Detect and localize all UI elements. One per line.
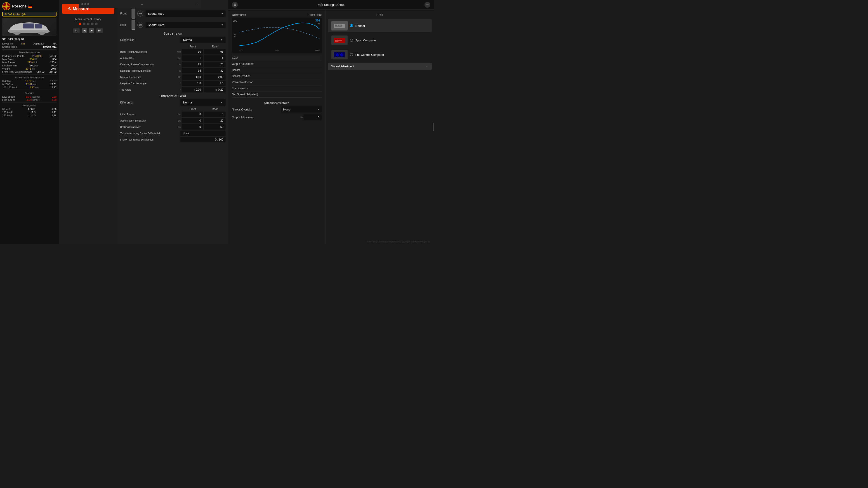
differential-header: Differential Gear — [120, 94, 225, 98]
brake-sens-rear[interactable]: 50 — [204, 124, 225, 130]
front-tire-icon — [131, 8, 135, 19]
damping-exp-front[interactable]: 35 — [182, 68, 203, 73]
chart-y-label: ft·lb — [234, 33, 236, 37]
rear-sh-badge: SH — [137, 22, 143, 28]
nav-r1[interactable]: R1 — [96, 28, 103, 33]
ecu-option-full[interactable]: Full Control Computer — [328, 48, 432, 61]
toe-row: Toe Angle ° ↕ 0.00 ↕ 0.20 — [120, 87, 225, 92]
nat-freq-front[interactable]: 1.80 — [182, 74, 203, 80]
panel-nav-right[interactable]: › — [433, 123, 434, 131]
nitrous-header: Nitrous/Overtake — [232, 101, 322, 105]
anti-roll-rear[interactable]: 1 — [204, 55, 225, 61]
sport-ecu-icon — [333, 36, 346, 44]
suspension-select[interactable]: Normal ▼ — [180, 37, 225, 43]
g60-row: 60 km/h 1.06 G 1.06 — [2, 108, 57, 110]
diff-select[interactable]: Normal ▼ — [180, 99, 225, 106]
nat-freq-rear[interactable]: 2.00 — [204, 74, 225, 80]
svg-point-21 — [340, 54, 343, 56]
car-brand: Porsche — [12, 4, 26, 8]
svg-rect-15 — [338, 39, 340, 40]
svg-rect-11 — [340, 25, 342, 26]
toe-rear[interactable]: ↕ 0.20 — [204, 87, 225, 92]
damping-comp-front[interactable]: 25 — [182, 62, 203, 67]
diff-label: Differential — [120, 101, 133, 104]
svg-rect-17 — [335, 40, 342, 41]
ecu-normal-img — [331, 21, 348, 31]
neg-camber-rear[interactable]: 2.0 — [204, 80, 225, 86]
nav-l1[interactable]: L1 — [73, 28, 80, 33]
body-height-row: Body Height Adjustment mm 90 95 — [120, 49, 225, 55]
top-speed-item: Top Speed (Adjusted) — [232, 92, 322, 98]
downforce-label: Downforce — [232, 13, 246, 17]
front-tire-select[interactable]: Sports: Hard ▼ — [146, 10, 225, 17]
damping-comp-rear[interactable]: 25 — [204, 62, 225, 67]
pp-row: Performance Points PP 548.92 548.92 — [2, 55, 57, 57]
hs-row: High Speed -1.00 (Under) -1.00 — [2, 98, 57, 101]
car-name: 911 GT3 (996) '01 — [2, 38, 57, 41]
porsche-logo — [2, 2, 10, 10]
neg-camber-front[interactable]: 1.0 — [182, 80, 203, 86]
radio-full — [350, 53, 353, 56]
toe-front[interactable]: ↕ 0.00 — [182, 87, 203, 92]
torque-dist-row: Front/Rear Torque Distribution 0 : 100 — [120, 137, 225, 142]
manual-adj-btn[interactable]: Manual Adjustment ⋯ — [328, 63, 432, 70]
init-torque-row: Initial Torque Lv. 0 10 — [120, 111, 225, 117]
torque-dist-value[interactable]: 0 : 100 — [180, 137, 225, 142]
settings-list: Downforce Front Rear 273 354 hp ft·lb — [228, 10, 326, 244]
full-ecu-icon — [333, 51, 346, 59]
svg-rect-9 — [335, 25, 337, 26]
ecu-option-normal[interactable]: Normal — [328, 19, 432, 32]
settings-menu-btn[interactable]: ☰ — [232, 2, 238, 8]
differential-section: Differential Normal ▼ Front Rear Initial… — [120, 99, 225, 142]
history-dot-4 — [91, 23, 94, 25]
brake-sens-front[interactable]: 0 — [182, 124, 203, 130]
displacement-row: Displacement 3600 cc 3600 — [2, 64, 57, 67]
a1000-row: 0-1000 m 22.61 sec. 22.61 — [2, 83, 57, 86]
history-dot-2 — [83, 23, 86, 25]
nav-next[interactable]: ▶ — [89, 28, 94, 33]
svg-rect-14 — [335, 39, 337, 40]
radio-normal-fill — [351, 25, 352, 27]
main-settings-panel: Tires Front SH Sports: Hard ▼ Rear SH Sp… — [118, 0, 228, 244]
body-height-rear[interactable]: 95 — [204, 49, 225, 55]
ecu-section-title: ECU — [326, 13, 434, 17]
settings-more-btn[interactable]: ⋯ — [425, 2, 430, 8]
damping-exp-row: Damping Ratio (Expansion) % 35 30 — [120, 68, 225, 73]
nitrous-select[interactable]: None ▼ — [281, 106, 322, 112]
ballast-item: Ballast — [232, 67, 322, 73]
accel-sens-row: Acceleration Sensitivity Lv. 0 20 — [120, 118, 225, 123]
damping-exp-rear[interactable]: 30 — [204, 68, 225, 73]
output-adj2-value[interactable]: 0 — [304, 114, 322, 121]
anti-roll-front[interactable]: 1 — [182, 55, 203, 61]
ls-row: Low Speed -0.30 (Neutral) -0.30 — [2, 95, 57, 98]
body-height-front[interactable]: 90 — [182, 49, 203, 55]
ecu-option-sport[interactable]: Sport Computer — [328, 34, 432, 47]
rear-tire-select[interactable]: Sports: Hard ▼ — [146, 22, 225, 28]
init-torque-front[interactable]: 0 — [182, 111, 203, 117]
output-adj-item: Output Adjustment — [232, 61, 322, 67]
top-dot-2 — [84, 3, 86, 5]
svg-rect-18 — [335, 41, 338, 42]
torque-vec-select[interactable]: None — [180, 131, 225, 136]
radio-sport — [350, 39, 353, 42]
car-image — [2, 18, 57, 36]
balance-row: Front-Rear Weight Balance 38 : 62 38 : 6… — [2, 70, 57, 73]
warning-icon: ⚠ — [67, 6, 71, 11]
output-adj2-row: Output Adjustment % 0 — [232, 114, 322, 121]
accel-sens-rear[interactable]: 20 — [204, 118, 225, 123]
top-bar-label: -- — [91, 2, 193, 6]
top-bar-menu[interactable]: ☰ — [195, 2, 198, 6]
ecu-item[interactable]: ECU — [232, 55, 322, 61]
radio-normal — [350, 24, 353, 27]
init-torque-rear[interactable]: 10 — [204, 111, 225, 117]
history-dot-3 — [87, 23, 90, 25]
nav-prev[interactable]: ◀ — [82, 28, 87, 33]
front-tire-chevron: ▼ — [221, 12, 223, 15]
accel-title: Acceleration Performance — [2, 76, 57, 79]
svg-rect-7 — [35, 24, 42, 29]
germany-flag — [28, 5, 32, 8]
power-row: Max Power 354 HP 354 — [2, 58, 57, 61]
normal-ecu-icon — [333, 22, 346, 30]
accel-sens-front[interactable]: 0 — [182, 118, 203, 123]
top-dot-1 — [81, 3, 83, 5]
